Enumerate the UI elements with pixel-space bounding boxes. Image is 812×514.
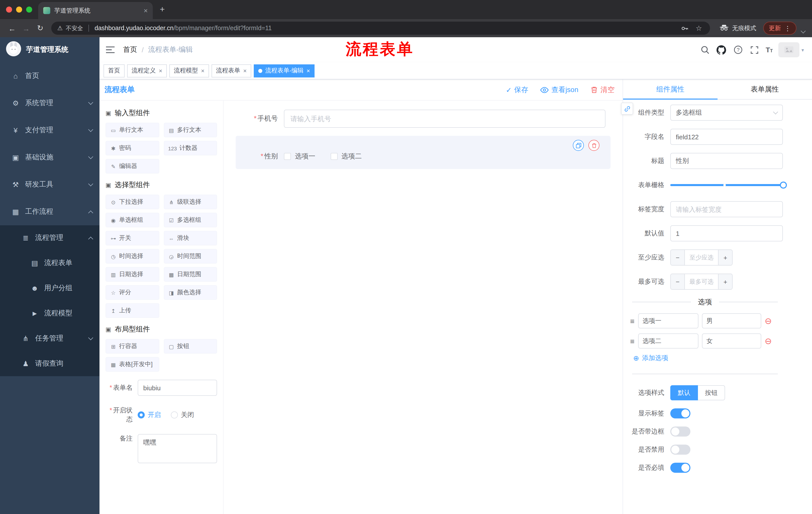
chip-cascader[interactable]: ⋔级联选择 — [164, 195, 217, 209]
chip-counter[interactable]: 123计数器 — [164, 141, 217, 155]
sidebar-item-process-model[interactable]: ► 流程模型 — [0, 301, 99, 326]
chip-editor[interactable]: ✎编辑器 — [106, 159, 159, 173]
border-toggle[interactable] — [670, 427, 690, 437]
decrease-button[interactable]: − — [671, 274, 685, 289]
sidebar-item-payment[interactable]: ¥ 支付管理 — [0, 117, 99, 144]
sidebar-item-workflow[interactable]: ▦ 工作流程 — [0, 198, 99, 225]
increase-button[interactable]: + — [718, 274, 732, 289]
option-2-value-input[interactable] — [702, 333, 761, 349]
chip-multi-line-text[interactable]: ▤多行文本 — [164, 123, 217, 137]
url-text[interactable]: dashboard.yudao.iocoder.cn/bpm/manager/f… — [95, 25, 676, 32]
min-select-input[interactable] — [685, 250, 718, 265]
add-option-button[interactable]: ⊕ 添加选项 — [633, 354, 783, 362]
save-button[interactable]: ✓ 保存 — [506, 85, 528, 94]
new-tab-button[interactable]: + — [153, 4, 172, 15]
remove-option-icon[interactable]: ⊖ — [765, 337, 772, 345]
search-icon[interactable] — [699, 44, 710, 55]
tag-close-icon[interactable]: × — [159, 67, 162, 74]
back-icon[interactable]: ← — [5, 24, 19, 32]
chip-button[interactable]: ▢按钮 — [164, 339, 217, 354]
required-toggle[interactable] — [670, 463, 690, 473]
option-2-label-input[interactable] — [638, 333, 698, 349]
clear-button[interactable]: 清空 — [590, 85, 614, 94]
tab-form-props[interactable]: 表单属性 — [718, 79, 812, 99]
bookmark-star-icon[interactable]: ☆ — [694, 24, 704, 32]
phone-input[interactable] — [284, 110, 606, 128]
fullscreen-icon[interactable] — [749, 44, 760, 55]
chip-color-picker[interactable]: ◨颜色选择 — [164, 285, 217, 300]
window-close-button[interactable] — [6, 6, 12, 12]
sidebar-item-dev-tools[interactable]: ⚒ 研发工具 — [0, 171, 99, 198]
tag-close-icon[interactable]: × — [243, 67, 247, 74]
gender-field-row-selected[interactable]: *性别 选项一 选项二 — [236, 136, 610, 169]
option-1-label-input[interactable] — [638, 313, 698, 328]
window-minimize-button[interactable] — [16, 6, 22, 12]
increase-button[interactable]: + — [718, 250, 732, 265]
chip-select[interactable]: ⊙下拉选择 — [106, 195, 159, 209]
chip-date-range[interactable]: ▩日期范围 — [164, 267, 217, 282]
show-label-toggle[interactable] — [670, 408, 690, 418]
chip-radio-group[interactable]: ◉单选框组 — [106, 213, 159, 227]
form-canvas[interactable]: *手机号 — [224, 101, 622, 514]
max-select-input[interactable] — [685, 274, 718, 289]
browser-tab[interactable]: 芋道管理系统 × — [38, 2, 153, 19]
title-input[interactable] — [670, 153, 783, 169]
hamburger-icon[interactable] — [106, 46, 115, 54]
decrease-button[interactable]: − — [671, 250, 685, 265]
sidebar-item-user-groups[interactable]: ☻ 用户分组 — [0, 276, 99, 301]
style-button-button[interactable]: 按钮 — [698, 385, 725, 400]
field-name-input[interactable] — [670, 129, 783, 145]
security-warning-icon[interactable]: ⚠ — [57, 25, 63, 32]
chip-rate[interactable]: ☆评分 — [106, 285, 159, 300]
delete-component-button[interactable] — [588, 140, 600, 151]
gender-checkbox-option-2[interactable]: 选项二 — [330, 152, 362, 161]
reload-icon[interactable]: ↻ — [33, 24, 47, 33]
copy-component-button[interactable] — [573, 140, 584, 151]
slider-track[interactable] — [670, 184, 783, 186]
tag-home[interactable]: 首页 — [104, 64, 125, 77]
drag-handle-icon[interactable]: ≡ — [630, 337, 635, 345]
tag-process-form[interactable]: 流程表单 × — [211, 64, 251, 77]
password-key-icon[interactable] — [679, 24, 691, 32]
remark-textarea[interactable]: 嘿嘿 — [138, 434, 217, 463]
chip-time-picker[interactable]: ◷时间选择 — [106, 249, 159, 264]
tag-process-form-edit[interactable]: 流程表单-编辑 × — [254, 64, 315, 77]
chip-slider[interactable]: ⇔滑块 — [164, 231, 217, 245]
component-type-select[interactable]: 多选框组 — [670, 105, 783, 121]
chevron-down-icon[interactable] — [801, 28, 806, 33]
chip-date-picker[interactable]: ▥日期选择 — [106, 267, 159, 282]
help-icon[interactable]: ? — [733, 44, 744, 55]
sidebar-item-process-form[interactable]: ▤ 流程表单 — [0, 250, 99, 276]
tag-close-icon[interactable]: × — [201, 67, 204, 74]
phone-field-row[interactable]: *手机号 — [236, 108, 610, 130]
status-off-radio[interactable]: 关闭 — [171, 410, 194, 420]
sidebar-item-system[interactable]: ⚙ 系统管理 — [0, 89, 99, 117]
github-icon[interactable] — [716, 44, 727, 55]
update-button[interactable]: 更新 ⋮ — [763, 22, 796, 35]
chip-upload[interactable]: ↥上传 — [106, 303, 159, 318]
disabled-toggle[interactable] — [670, 444, 690, 455]
style-default-button[interactable]: 默认 — [670, 385, 698, 400]
tag-process-model[interactable]: 流程模型 × — [169, 64, 209, 77]
slider-handle[interactable] — [780, 182, 787, 189]
default-value-input[interactable] — [670, 225, 783, 241]
chip-checkbox-group[interactable]: ☑多选框组 — [164, 213, 217, 227]
sidebar-item-home[interactable]: ⌂ 首页 — [0, 62, 99, 89]
chip-table[interactable]: ▦表格[开发中] — [106, 357, 159, 372]
view-json-button[interactable]: 查看json — [541, 85, 578, 94]
tab-component-props[interactable]: 组件属性 — [623, 79, 718, 99]
sidebar-item-infrastructure[interactable]: ▣ 基础设施 — [0, 144, 99, 171]
chip-time-range[interactable]: ◶时间范围 — [164, 249, 217, 264]
tab-close-icon[interactable]: × — [144, 6, 148, 15]
sidebar-item-task-management[interactable]: ⋔ 任务管理 — [0, 326, 99, 351]
option-1-value-input[interactable] — [702, 313, 761, 328]
tag-close-icon[interactable]: × — [307, 67, 310, 74]
sidebar-item-leave-query[interactable]: ♟ 请假查询 — [0, 351, 99, 376]
drag-handle-icon[interactable]: ≡ — [630, 317, 635, 325]
chip-password[interactable]: ✱密码 — [106, 141, 159, 155]
label-width-input[interactable] — [670, 201, 783, 217]
form-name-input[interactable] — [138, 380, 217, 396]
font-size-icon[interactable]: TT — [766, 46, 773, 54]
status-on-radio[interactable]: 开启 — [138, 410, 161, 420]
chip-row-container[interactable]: ⊞行容器 — [106, 339, 159, 354]
